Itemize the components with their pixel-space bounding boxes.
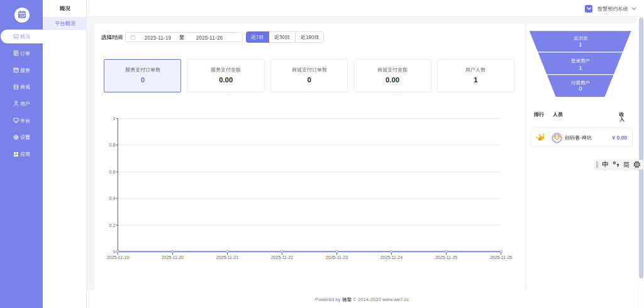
- svg-text:2025-11-22: 2025-11-22: [271, 255, 293, 260]
- svg-text:0.2: 0.2: [109, 223, 116, 228]
- svg-text:2025-11-26: 2025-11-26: [490, 255, 512, 260]
- svg-text:2025-11-24: 2025-11-24: [380, 255, 402, 260]
- svg-text:0.8: 0.8: [109, 143, 116, 147]
- svg-text:2025-11-25: 2025-11-25: [435, 255, 457, 260]
- svg-text:2025-11-19: 2025-11-19: [107, 255, 129, 260]
- svg-text:2025-11-23: 2025-11-23: [326, 255, 348, 260]
- svg-text:0.4: 0.4: [109, 196, 116, 201]
- svg-text:0.6: 0.6: [109, 170, 116, 174]
- svg-text:0: 0: [113, 250, 115, 254]
- svg-text:2025-11-20: 2025-11-20: [162, 255, 184, 260]
- svg-text:2025-11-21: 2025-11-21: [216, 255, 238, 260]
- svg-text:1: 1: [113, 116, 115, 121]
